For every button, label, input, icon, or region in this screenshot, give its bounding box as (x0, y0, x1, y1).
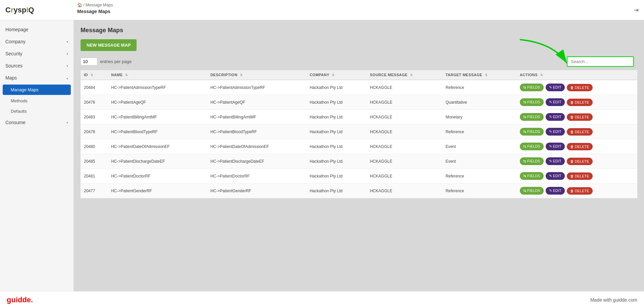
footer-tagline: Made with guidde.com (590, 297, 637, 303)
chevron-down-icon: ▾ (66, 52, 68, 56)
sidebar-item-company[interactable]: Company ▾ (0, 36, 73, 48)
cell-target: Event (442, 139, 516, 154)
cell-actions: ⇆ FIELDS ✎ EDIT 🗑 DELETE (516, 124, 637, 139)
delete-button[interactable]: 🗑 DELETE (567, 99, 593, 106)
fields-button[interactable]: ⇆ FIELDS (520, 172, 544, 180)
cell-company: Hackathon Pty Ltd (306, 154, 367, 169)
delete-button[interactable]: 🗑 DELETE (567, 187, 593, 195)
sidebar-item-sources[interactable]: Sources ▾ (0, 60, 73, 72)
sort-icon[interactable]: ⇅ (410, 73, 413, 77)
delete-button[interactable]: 🗑 DELETE (567, 143, 593, 150)
sort-icon[interactable]: ⇅ (485, 73, 488, 77)
cell-source: HCKAGGLE (366, 95, 442, 110)
content-area: Message Maps NEW MESSAGE MAP entries per… (74, 20, 644, 291)
footer-logo: guidde. (7, 296, 33, 304)
edit-button[interactable]: ✎ EDIT (546, 128, 565, 136)
cell-description: HC->PatientAdmissionTypeRF (207, 80, 306, 95)
cell-target: Reference (442, 184, 516, 198)
col-header-id: ID ⇅ (81, 70, 108, 80)
cell-description: HC->PatientAgeQF (207, 95, 306, 110)
edit-button[interactable]: ✎ EDIT (546, 187, 565, 195)
sidebar-item-consume[interactable]: Consume ▾ (0, 116, 73, 129)
cell-actions: ⇆ FIELDS ✎ EDIT 🗑 DELETE (516, 154, 637, 169)
sidebar-subitem-defaults[interactable]: Defaults (0, 106, 73, 116)
chevron-down-icon: ▾ (66, 40, 68, 44)
main-layout: Homepage Company ▾ Security ▾ Sources ▾ … (0, 20, 644, 291)
cell-target: Monetary (442, 110, 516, 124)
table-row: 20478 HC->PatientBloodTypeRF HC->Patient… (81, 124, 637, 139)
delete-button[interactable]: 🗑 DELETE (567, 128, 593, 136)
delete-button[interactable]: 🗑 DELETE (567, 158, 593, 165)
cell-name: HC->PatientBillingAmtMF (108, 110, 207, 124)
cell-id: 20481 (81, 169, 108, 184)
fields-button[interactable]: ⇆ FIELDS (520, 98, 544, 106)
table-row: 20485 HC->PatientDischargeDateEF HC->Pat… (81, 154, 637, 169)
fields-button[interactable]: ⇆ FIELDS (520, 187, 544, 195)
fields-button[interactable]: ⇆ FIELDS (520, 128, 544, 136)
search-input[interactable] (567, 56, 634, 67)
logout-icon[interactable]: ⇥ (634, 6, 639, 14)
table-row: 20481 HC->PatientDoctorRF HC->PatientDoc… (81, 169, 637, 184)
edit-button[interactable]: ✎ EDIT (546, 113, 565, 121)
fields-button[interactable]: ⇆ FIELDS (520, 84, 544, 91)
entries-per-page-input[interactable] (81, 58, 97, 65)
green-arrow-annotation (513, 36, 574, 70)
sidebar-subitem-manage-maps[interactable]: Manage Maps (3, 85, 71, 95)
cell-target: Reference (442, 80, 516, 95)
col-header-actions: ACTIONS ⇅ (516, 70, 637, 80)
message-maps-table: ID ⇅ NAME ⇅ DESCRIPTION ⇅ COMPANY ⇅ SOUR… (81, 70, 637, 198)
cell-company: Hackathon Pty Ltd (306, 139, 367, 154)
cell-id: 20477 (81, 184, 108, 198)
entries-label: entries per page (100, 59, 132, 64)
cell-actions: ⇆ FIELDS ✎ EDIT 🗑 DELETE (516, 184, 637, 198)
edit-button[interactable]: ✎ EDIT (546, 157, 565, 165)
sidebar-item-security[interactable]: Security ▾ (0, 48, 73, 60)
table-controls: entries per page (81, 56, 637, 67)
edit-button[interactable]: ✎ EDIT (546, 98, 565, 106)
cell-id: 20478 (81, 124, 108, 139)
cell-target: Reference (442, 169, 516, 184)
cell-name: HC->PatientDoctorRF (108, 169, 207, 184)
app-logo: CryspIQ (5, 6, 34, 14)
table-row: 20483 HC->PatientBillingAmtMF HC->Patien… (81, 110, 637, 124)
cell-id: 20483 (81, 110, 108, 124)
cell-actions: ⇆ FIELDS ✎ EDIT 🗑 DELETE (516, 169, 637, 184)
cell-description: HC->PatientBillingAmtMF (207, 110, 306, 124)
sort-icon[interactable]: ⇅ (540, 73, 543, 77)
edit-button[interactable]: ✎ EDIT (546, 84, 565, 91)
col-header-description: DESCRIPTION ⇅ (207, 70, 306, 80)
table-row: 20484 HC->PatientAdmissionTypeRF HC->Pat… (81, 80, 637, 95)
cell-source: HCKAGGLE (366, 154, 442, 169)
top-bar: CryspIQ 🏠 / Message Maps Message Maps ⇥ (0, 0, 644, 20)
sort-icon[interactable]: ⇅ (240, 73, 243, 77)
sidebar-label-security: Security (5, 51, 22, 56)
delete-button[interactable]: 🗑 DELETE (567, 84, 593, 91)
fields-button[interactable]: ⇆ FIELDS (520, 113, 544, 121)
fields-button[interactable]: ⇆ FIELDS (520, 143, 544, 150)
cell-source: HCKAGGLE (366, 139, 442, 154)
sort-icon[interactable]: ⇅ (125, 73, 128, 77)
sort-icon[interactable]: ⇅ (91, 73, 94, 77)
cell-name: HC->PatientGenderRF (108, 184, 207, 198)
chevron-down-icon: ▾ (66, 121, 68, 124)
cell-name: HC->PatientBloodTypeRF (108, 124, 207, 139)
edit-button[interactable]: ✎ EDIT (546, 172, 565, 180)
sidebar-item-homepage[interactable]: Homepage (0, 23, 73, 36)
page-title: Message Maps (77, 9, 110, 14)
sort-icon[interactable]: ⇅ (332, 73, 335, 77)
edit-button[interactable]: ✎ EDIT (546, 143, 565, 150)
cell-company: Hackathon Pty Ltd (306, 169, 367, 184)
home-icon[interactable]: 🏠 (77, 3, 82, 7)
cell-company: Hackathon Pty Ltd (306, 110, 367, 124)
sidebar-item-maps[interactable]: Maps ▴ (0, 72, 73, 84)
delete-button[interactable]: 🗑 DELETE (567, 113, 593, 121)
col-header-target-message: TARGET MESSAGE ⇅ (442, 70, 516, 80)
sidebar-subitem-methods[interactable]: Methods (0, 96, 73, 106)
cell-actions: ⇆ FIELDS ✎ EDIT 🗑 DELETE (516, 80, 637, 95)
cell-id: 20484 (81, 80, 108, 95)
new-message-map-button[interactable]: NEW MESSAGE MAP (81, 39, 137, 51)
fields-button[interactable]: ⇆ FIELDS (520, 157, 544, 165)
breadcrumb: 🏠 / Message Maps (77, 3, 113, 7)
delete-button[interactable]: 🗑 DELETE (567, 172, 593, 180)
col-header-name: NAME ⇅ (108, 70, 207, 80)
